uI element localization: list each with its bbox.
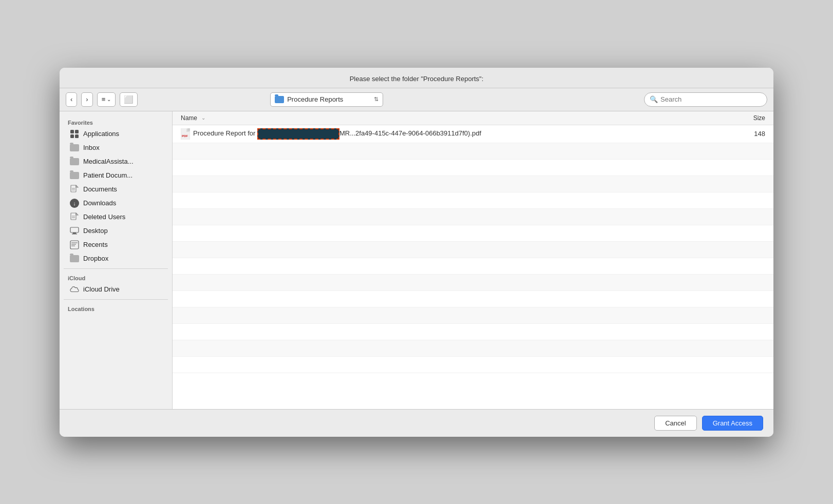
search-input[interactable] [660, 95, 762, 103]
back-button[interactable]: ‹ [66, 92, 77, 107]
svg-rect-1 [75, 130, 79, 133]
file-picker-dialog: Please select the folder "Procedure Repo… [60, 68, 773, 437]
sidebar-item-patient[interactable]: Patient Docum... [62, 169, 170, 182]
file-list: PDF Procedure Report for MR...2fa49-415c… [173, 125, 773, 409]
document-icon [70, 212, 79, 222]
empty-row [173, 242, 773, 258]
empty-row [173, 143, 773, 160]
svg-rect-2 [70, 134, 74, 138]
view-icon: ≡ [102, 95, 106, 103]
empty-row [173, 258, 773, 275]
file-name: Procedure Report for MR...2fa49-415c-447… [193, 128, 724, 140]
empty-row [173, 357, 773, 373]
sidebar-item-medical[interactable]: MedicalAssista... [62, 155, 170, 168]
icloud-icon [70, 285, 79, 294]
desktop-icon [70, 226, 79, 236]
forward-button[interactable]: › [81, 92, 92, 107]
dialog-header: Please select the folder "Procedure Repo… [60, 68, 773, 88]
location-label: Procedure Reports [287, 95, 371, 103]
icloud-label: iCloud [60, 272, 172, 282]
recents-icon [70, 240, 79, 249]
empty-row [173, 160, 773, 176]
search-box[interactable]: 🔍 [644, 92, 767, 107]
grant-access-button[interactable]: Grant Access [702, 416, 763, 431]
sidebar-item-recents[interactable]: Recents [62, 238, 170, 251]
svg-text:PDF: PDF [182, 134, 188, 138]
sidebar-item-dropbox[interactable]: Dropbox [62, 252, 170, 265]
sidebar-item-label: Deleted Users [83, 213, 125, 221]
sidebar-item-label: Dropbox [83, 255, 108, 262]
sidebar-item-label: Documents [83, 185, 117, 193]
dialog-footer: Cancel Grant Access [60, 409, 773, 437]
file-row[interactable]: PDF Procedure Report for MR...2fa49-415c… [173, 125, 773, 143]
folder-icon [70, 254, 79, 263]
view-options-button[interactable]: ≡ ⌄ [97, 92, 116, 107]
empty-row [173, 209, 773, 225]
forward-icon: › [86, 95, 88, 103]
favorites-label: Favorites [60, 117, 172, 127]
folder-icon [70, 171, 79, 180]
col-name-header: Name ⌄ [181, 114, 724, 122]
cancel-button[interactable]: Cancel [654, 416, 696, 431]
sidebar-item-documents[interactable]: Documents [62, 183, 170, 196]
empty-row [173, 291, 773, 307]
sort-chevron-icon: ⌄ [201, 115, 205, 121]
chevron-updown-icon: ⇅ [374, 96, 378, 103]
folder-icon [70, 143, 79, 152]
sidebar-item-icloud-drive[interactable]: iCloud Drive [62, 283, 170, 296]
sidebar-item-label: Recents [83, 241, 108, 248]
empty-row [173, 225, 773, 242]
search-icon: 🔍 [650, 95, 658, 103]
svg-rect-3 [75, 134, 79, 138]
document-icon [70, 185, 79, 194]
empty-row [173, 275, 773, 291]
pdf-icon: PDF [181, 128, 190, 140]
content-area: Favorites Applications Inb [60, 111, 773, 409]
main-content: Name ⌄ Size PDF P [173, 111, 773, 409]
sidebar-item-label: Applications [83, 130, 119, 138]
sidebar-item-inbox[interactable]: Inbox [62, 141, 170, 154]
chevron-down-icon: ⌄ [107, 96, 111, 102]
sidebar-item-label: iCloud Drive [83, 285, 120, 293]
file-size: 148 [724, 130, 765, 138]
toolbar: ‹ › ≡ ⌄ ⬜ Procedure Reports ⇅ 🔍 [60, 88, 773, 111]
empty-row [173, 192, 773, 209]
file-list-header: Name ⌄ Size [173, 111, 773, 125]
locations-label: Locations [60, 303, 172, 313]
back-icon: ‹ [70, 95, 72, 103]
sidebar-item-deleted[interactable]: Deleted Users [62, 210, 170, 224]
sidebar-item-label: Inbox [83, 144, 100, 151]
svg-rect-12 [72, 234, 77, 235]
folder-icon [275, 96, 284, 103]
sidebar-item-label: MedicalAssista... [83, 158, 134, 165]
divider [64, 299, 168, 300]
empty-row [173, 340, 773, 357]
empty-row [173, 324, 773, 340]
svg-rect-0 [70, 130, 74, 133]
sidebar: Favorites Applications Inb [60, 111, 173, 409]
col-size-header: Size [724, 114, 765, 122]
sidebar-item-label: Desktop [83, 227, 108, 235]
divider [64, 268, 168, 269]
sidebar-item-downloads[interactable]: ↓ Downloads [62, 197, 170, 210]
sidebar-item-desktop[interactable]: Desktop [62, 224, 170, 238]
applications-icon [70, 129, 79, 139]
empty-row [173, 307, 773, 324]
svg-rect-17 [181, 128, 190, 140]
downloads-icon: ↓ [70, 199, 79, 208]
redacted-name [257, 128, 339, 140]
folder-icon [70, 157, 79, 166]
empty-row [173, 176, 773, 192]
sidebar-item-applications[interactable]: Applications [62, 127, 170, 141]
sidebar-item-label: Patient Docum... [83, 171, 132, 179]
svg-rect-10 [70, 227, 79, 232]
new-folder-button[interactable]: ⬜ [120, 92, 138, 107]
dialog-title: Please select the folder "Procedure Repo… [350, 75, 484, 83]
svg-rect-13 [70, 241, 79, 249]
sidebar-item-label: Downloads [83, 199, 116, 207]
location-dropdown[interactable]: Procedure Reports ⇅ [270, 92, 383, 107]
new-folder-icon: ⬜ [124, 95, 134, 104]
svg-rect-11 [73, 232, 76, 234]
